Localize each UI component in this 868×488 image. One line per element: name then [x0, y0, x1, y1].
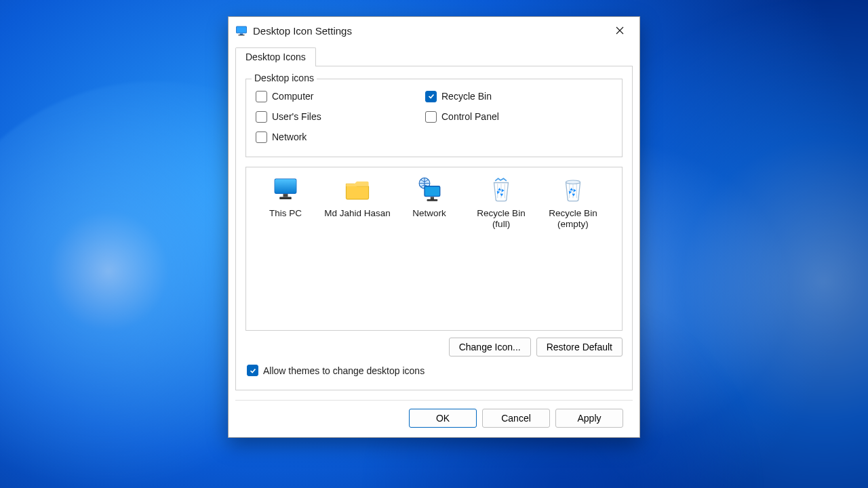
svg-rect-10: [427, 199, 438, 201]
svg-rect-2: [239, 35, 245, 36]
checkbox-control-panel[interactable]: [425, 111, 437, 123]
checkbox-users-files-row[interactable]: User's Files: [256, 108, 425, 125]
allow-themes-label: Allow themes to change desktop icons: [263, 365, 425, 376]
folder-icon: [343, 176, 372, 204]
close-button[interactable]: [604, 20, 635, 41]
dialog-title: Desktop Icon Settings: [253, 25, 604, 37]
svg-rect-6: [279, 197, 292, 200]
preview-label: Recycle Bin (full): [467, 208, 535, 230]
checkbox-network-row[interactable]: Network: [256, 128, 425, 146]
tab-desktop-icons[interactable]: Desktop Icons: [235, 47, 316, 66]
ok-button[interactable]: OK: [409, 409, 477, 428]
dialog-footer: OK Cancel Apply: [235, 400, 633, 437]
svg-rect-9: [431, 197, 434, 200]
dialog-client-area: Desktop Icons Desktop icons Computer: [229, 44, 639, 437]
checkbox-control-panel-label: Control Panel: [441, 111, 499, 122]
icon-action-row: Change Icon... Restore Default: [245, 338, 623, 357]
preview-label: Recycle Bin (empty): [539, 208, 607, 230]
network-icon: [415, 176, 443, 204]
titlebar: Desktop Icon Settings: [229, 17, 639, 44]
svg-rect-8: [425, 186, 440, 197]
checkbox-users-files-label: User's Files: [272, 111, 321, 122]
preview-item-recycle-bin-full[interactable]: Recycle Bin (full): [467, 176, 535, 230]
checkbox-users-files[interactable]: [256, 111, 267, 123]
tab-bar: Desktop Icons: [235, 45, 633, 66]
preview-item-recycle-bin-empty[interactable]: Recycle Bin (empty): [539, 176, 607, 230]
checkbox-computer-label: Computer: [272, 91, 313, 102]
restore-default-button[interactable]: Restore Default: [536, 338, 623, 357]
svg-point-11: [566, 180, 580, 184]
checkbox-computer[interactable]: [256, 91, 267, 102]
tab-panel: Desktop icons Computer Rec: [235, 66, 633, 390]
checkbox-recycle-bin-row[interactable]: Recycle Bin: [425, 87, 595, 105]
allow-themes-row[interactable]: Allow themes to change desktop icons: [247, 365, 621, 376]
this-pc-icon: [271, 176, 300, 204]
preview-item-this-pc[interactable]: This PC: [252, 176, 319, 230]
icon-preview-list: This PC Md Jahid Hasan: [245, 167, 623, 331]
change-icon-button[interactable]: Change Icon...: [449, 338, 531, 357]
cancel-button[interactable]: Cancel: [482, 409, 550, 428]
recycle-bin-full-icon: [487, 176, 515, 204]
checkbox-allow-themes[interactable]: [247, 365, 258, 376]
svg-rect-5: [283, 194, 288, 197]
preview-item-network[interactable]: Network: [395, 176, 463, 230]
desktop-background: Desktop Icon Settings Desktop Icons Desk…: [0, 0, 868, 488]
preview-label: Network: [412, 208, 446, 219]
preview-label: Md Jahid Hasan: [324, 208, 391, 219]
preview-label: This PC: [269, 208, 302, 219]
svg-rect-4: [275, 179, 296, 193]
preview-item-user-folder[interactable]: Md Jahid Hasan: [323, 176, 391, 230]
checkbox-network[interactable]: [256, 131, 267, 143]
recycle-bin-empty-icon: [559, 176, 587, 204]
group-label: Desktop icons: [252, 73, 317, 83]
svg-rect-1: [240, 34, 243, 35]
desktop-icon-settings-dialog: Desktop Icon Settings Desktop Icons Desk…: [228, 16, 640, 438]
checkbox-network-label: Network: [272, 131, 307, 142]
checkbox-recycle-bin-label: Recycle Bin: [441, 91, 492, 102]
svg-rect-0: [237, 26, 247, 33]
checkbox-control-panel-row[interactable]: Control Panel: [425, 108, 595, 125]
dialog-title-icon: [235, 24, 248, 37]
checkbox-recycle-bin[interactable]: [425, 91, 437, 102]
desktop-icons-group: Desktop icons Computer Rec: [245, 79, 623, 157]
checkbox-computer-row[interactable]: Computer: [256, 87, 425, 105]
apply-button[interactable]: Apply: [555, 409, 623, 428]
